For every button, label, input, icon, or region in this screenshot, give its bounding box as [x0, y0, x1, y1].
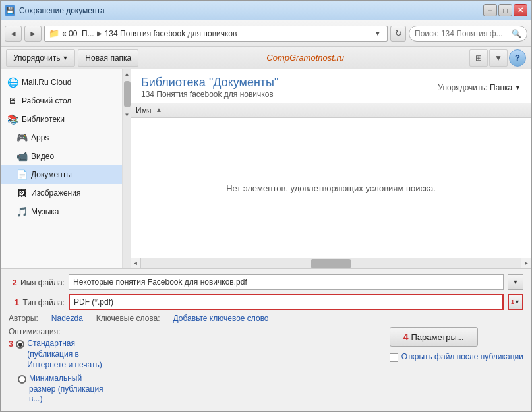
filetype-row: 1 Тип файла: 1 ▼: [9, 294, 523, 310]
optimization-standard-radio[interactable]: [16, 340, 24, 349]
author-value[interactable]: Nadezda: [51, 314, 83, 323]
filetype-input[interactable]: [69, 294, 504, 310]
params-num-badge: 4: [403, 332, 409, 342]
mail-cloud-icon: 🌐: [7, 77, 18, 88]
search-input[interactable]: [415, 29, 509, 38]
sidebar-scrollbar: ▲ ▼: [123, 69, 131, 268]
title-bar: 💾 Сохранение документа − □ ✕: [1, 1, 531, 20]
bottom-form-area: 2 Имя файла: ▼ 1 Тип файла: 1 ▼ Авторы: …: [1, 268, 531, 411]
sidebar-item-documents[interactable]: 📄 Документы: [1, 165, 122, 184]
params-label: Параметры...: [411, 332, 463, 342]
scroll-up-button[interactable]: ▲: [123, 69, 131, 78]
meta-row: Авторы: Nadezda Ключевые слова: Добавьте…: [9, 314, 523, 323]
sort-value[interactable]: Папка: [490, 83, 512, 92]
filename-row: 2 Имя файла: ▼: [9, 274, 523, 290]
sidebar-item-desktop[interactable]: 🖥 Рабочий стол: [1, 92, 122, 110]
scroll-thumb[interactable]: [124, 81, 131, 107]
sidebar-item-libraries[interactable]: 📚 Библиотеки: [1, 110, 122, 129]
sidebar-item-images[interactable]: 🖼 Изображения: [1, 184, 122, 202]
documents-icon: 📄: [16, 169, 27, 180]
address-bar[interactable]: 📁 « 00_П... ▶ 134 Понятия facebook для н…: [44, 26, 388, 42]
filename-dropdown-button[interactable]: ▼: [508, 274, 523, 290]
content-pane: Библиотека "Документы" 134 Понятия faceb…: [131, 69, 531, 268]
address-sep1: ▶: [97, 30, 102, 37]
sidebar: 🌐 Mail.Ru Cloud 🖥 Рабочий стол 📚 Библиот…: [1, 69, 123, 268]
address-dropdown-button[interactable]: ▼: [372, 27, 383, 40]
empty-content-message: Нет элементов, удовлетворяющих условиям …: [131, 118, 531, 258]
music-icon: 🎵: [16, 206, 27, 217]
sort-direction-icon: ▲: [156, 106, 162, 113]
keywords-value[interactable]: Добавьте ключевое слово: [173, 314, 269, 323]
optimization-standard-label[interactable]: Стандартная(публикация вИнтернете и печа…: [27, 339, 102, 370]
view-icon: ⊞: [475, 53, 482, 63]
sidebar-item-label: Mail.Ru Cloud: [22, 78, 71, 87]
refresh-button[interactable]: ↻: [390, 26, 406, 42]
optimization-minimal-radio[interactable]: [18, 375, 26, 384]
organize-arrow: ▼: [62, 55, 68, 61]
address-part1: « 00_П...: [62, 29, 94, 38]
main-area: 🌐 Mail.Ru Cloud 🖥 Рабочий стол 📚 Библиот…: [1, 69, 531, 268]
organize-button[interactable]: Упорядочить ▼: [6, 49, 75, 67]
open-after-publish-row: Открыть файл после публикации: [390, 352, 523, 363]
back-button[interactable]: ◄: [5, 26, 22, 42]
view-button[interactable]: ⊞: [469, 49, 488, 67]
view-dropdown-button[interactable]: ▼: [489, 49, 508, 67]
params-button[interactable]: 4 Параметры...: [390, 327, 478, 347]
optimization-standard-row: 3 Стандартная(публикация вИнтернете и пе…: [9, 339, 103, 370]
scroll-down-button[interactable]: ▼: [123, 110, 131, 119]
name-column-header: Имя: [136, 106, 151, 115]
window-title: Сохранение документа: [19, 6, 479, 15]
keywords-label: Ключевые слова:: [96, 314, 160, 323]
search-bar: 🔍: [409, 26, 527, 42]
sidebar-item-label: Изображения: [31, 189, 80, 198]
desktop-icon: 🖥: [7, 96, 18, 106]
h-scroll-left-button[interactable]: ◄: [131, 258, 141, 269]
filename-num: 2: [12, 278, 16, 287]
close-button[interactable]: ✕: [514, 4, 527, 16]
organize-label: Упорядочить: [13, 53, 60, 63]
author-label: Авторы:: [9, 314, 38, 323]
library-title: Библиотека "Документы": [141, 76, 278, 90]
sidebar-item-label: Библиотеки: [22, 115, 65, 124]
folder-icon: 📁: [49, 28, 59, 38]
command-toolbar: Упорядочить ▼ Новая папка CompGramotnost…: [1, 47, 531, 69]
libraries-icon: 📚: [7, 114, 18, 125]
new-folder-label: Новая папка: [85, 53, 131, 63]
address-part2: 134 Понятия facebook для новичков: [105, 29, 237, 38]
optimization-minimal-label[interactable]: Минимальныйразмер (публикацияв...): [29, 374, 103, 405]
forward-button[interactable]: ►: [24, 26, 42, 42]
filename-label: 2 Имя файла:: [9, 278, 65, 287]
filetype-label: 1 Тип файла:: [9, 297, 65, 307]
filetype-num: 1: [15, 297, 19, 307]
open-after-publish-checkbox[interactable]: [390, 353, 398, 362]
library-subtitle: 134 Понятия facebook для новичков: [141, 90, 278, 99]
maximize-button[interactable]: □: [498, 4, 512, 16]
search-icon[interactable]: 🔍: [512, 29, 521, 38]
sort-label: Упорядочить:: [438, 83, 487, 92]
filename-input[interactable]: [69, 274, 504, 290]
help-button[interactable]: ?: [509, 49, 526, 67]
optimization-minimal-row: Минимальныйразмер (публикацияв...): [9, 374, 103, 405]
optimization-column: Оптимизация: 3 Стандартная(публикация вИ…: [9, 327, 103, 405]
h-scroll-right-button[interactable]: ►: [521, 258, 531, 269]
sidebar-item-video[interactable]: 📹 Видео: [1, 147, 122, 165]
column-header: Имя ▲: [131, 103, 531, 118]
new-folder-button[interactable]: Новая папка: [78, 49, 138, 67]
h-scroll-thumb[interactable]: [311, 259, 351, 268]
sort-arrow: ▼: [515, 84, 521, 91]
minimize-button[interactable]: −: [483, 4, 497, 16]
right-options-column: 4 Параметры... Открыть файл после публик…: [390, 327, 523, 405]
sidebar-item-mail-cloud[interactable]: 🌐 Mail.Ru Cloud: [1, 73, 122, 92]
video-icon: 📹: [16, 151, 27, 162]
sidebar-item-label: Видео: [31, 152, 54, 161]
h-scroll-track: [141, 258, 521, 268]
sidebar-item-label: Документы: [31, 170, 72, 179]
save-document-dialog: 💾 Сохранение документа − □ ✕ ◄ ► 📁 « 00_…: [0, 0, 532, 412]
sidebar-item-label: Музыка: [31, 207, 59, 216]
sidebar-item-music[interactable]: 🎵 Музыка: [1, 202, 122, 221]
sidebar-item-label: Рабочий стол: [22, 96, 71, 105]
filetype-dropdown-button[interactable]: 1 ▼: [508, 294, 523, 310]
title-bar-buttons: − □ ✕: [483, 4, 527, 16]
sidebar-item-apps[interactable]: 🎮 Apps: [1, 129, 122, 147]
options-row: Оптимизация: 3 Стандартная(публикация вИ…: [9, 327, 523, 405]
